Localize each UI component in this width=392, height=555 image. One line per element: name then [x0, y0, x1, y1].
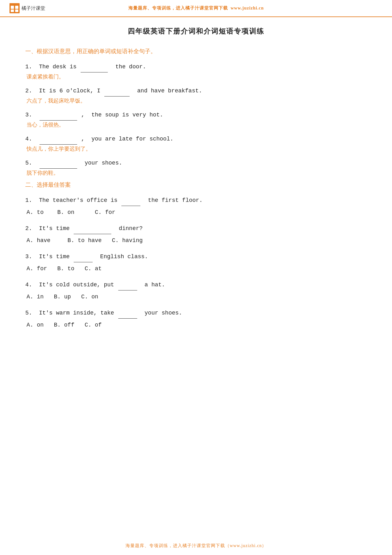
s2q1-text: 1. The teacher's office is: [25, 197, 118, 203]
s2q1-options: A. to B. on C. for: [27, 207, 367, 218]
q2-blank[interactable]: [104, 85, 130, 97]
logo-text: 橘子汁课堂: [21, 5, 45, 11]
s2q4-line: 4. It's cold outside, put a hat.: [25, 279, 367, 290]
q5-number: 5.: [25, 160, 39, 166]
slogan-text: 海量题库、专项训练，进入橘子汁课堂官网下载: [128, 6, 228, 10]
s2q2-options: A. have B. to have C. having: [27, 235, 367, 246]
s2q5-text: 5. It's warm inside, take: [25, 310, 114, 316]
website-text: www.juzizhi.cn: [231, 6, 264, 10]
section2-q1: 1. The teacher's office is the first flo…: [25, 194, 367, 218]
header-slogan: 海量题库、专项训练，进入橘子汁课堂官网下载 www.juzizhi.cn: [128, 5, 264, 11]
section1-q5: 5. your shoes. 脱下你的鞋。: [25, 157, 367, 177]
section1-q2: 2. It is 6 o'clock, I and have breakfast…: [25, 85, 367, 104]
s2q1-line: 1. The teacher's office is the first flo…: [25, 194, 367, 206]
q1-blank[interactable]: [81, 61, 108, 72]
s2q5-line: 5. It's warm inside, take your shoes.: [25, 307, 367, 319]
section2-q2: 2. It's time dinner? A. have B. to have …: [25, 222, 367, 246]
section1: 一、根据汉语意思，用正确的单词或短语补全句子。 1. The desk is t…: [25, 47, 367, 177]
logo: 橘子汁课堂: [9, 3, 45, 13]
s2q3-after: English class.: [97, 253, 148, 260]
q2-after: and have breakfast.: [134, 88, 202, 94]
q1-after: the door.: [112, 64, 146, 70]
q2-chinese: 六点了，我起床吃早饭。: [27, 97, 367, 104]
section2-q3: 3. It's time English class. A. for B. to…: [25, 251, 367, 274]
q2-line: 2. It is 6 o'clock, I and have breakfast…: [25, 85, 367, 97]
s2q4-after: a hat.: [141, 282, 165, 288]
s2q3-blank[interactable]: [74, 251, 93, 262]
s2q3-line: 3. It's time English class.: [25, 251, 367, 262]
section2-header: 二、选择最佳答案: [25, 181, 367, 189]
q1-chinese: 课桌紧挨着门。: [27, 73, 367, 80]
q3-chinese: 当心，汤很热。: [27, 121, 367, 128]
s2q1-after: the first floor.: [144, 197, 203, 203]
logo-icon: [9, 3, 20, 13]
section1-q3: 3. , the soup is very hot. 当心，汤很热。: [25, 109, 367, 128]
s2q5-after: your shoes.: [141, 310, 182, 316]
s2q2-line: 2. It's time dinner?: [25, 222, 367, 234]
main-content: 四年级英语下册介词和介词短语专项训练 一、根据汉语意思，用正确的单词或短语补全句…: [0, 17, 392, 354]
q3-blank[interactable]: [40, 109, 77, 121]
section1-q4: 4. , you are late for school. 快点儿，你上学要迟到…: [25, 133, 367, 153]
section1-q1: 1. The desk is the door. 课桌紧挨着门。: [25, 61, 367, 80]
q3-line: 3. , the soup is very hot.: [25, 109, 367, 121]
s2q3-text: 3. It's time: [25, 253, 70, 260]
q5-line: 5. your shoes.: [25, 157, 367, 169]
page-title: 四年级英语下册介词和介词短语专项训练: [25, 27, 367, 36]
s2q4-text: 4. It's cold outside, put: [25, 282, 114, 288]
s2q4-options: A. in B. up C. on: [27, 291, 367, 302]
s2q3-options: A. for B. to C. at: [27, 263, 367, 274]
section2-q5: 5. It's warm inside, take your shoes. A.…: [25, 307, 367, 331]
s2q2-text: 2. It's time: [25, 225, 70, 232]
s2q1-blank[interactable]: [121, 194, 140, 206]
header: 橘子汁课堂 海量题库、专项训练，进入橘子汁课堂官网下载 www.juzizhi.…: [0, 0, 392, 17]
q2-number: 2. It is 6 o'clock, I: [25, 88, 101, 94]
s2q5-blank[interactable]: [118, 307, 137, 319]
q1-line: 1. The desk is the door.: [25, 61, 367, 72]
section1-header: 一、根据汉语意思，用正确的单词或短语补全句子。: [25, 47, 367, 55]
footer: 海量题库、专项训练，进入橘子汁课堂官网下载（www.juzizhi.cn）: [0, 543, 392, 549]
footer-text: 海量题库、专项训练，进入橘子汁课堂官网下载（www.juzizhi.cn）: [126, 543, 267, 548]
q4-blank[interactable]: [40, 133, 77, 145]
svg-rect-1: [11, 6, 14, 9]
s2q2-blank[interactable]: [74, 222, 111, 234]
q3-number: 3.: [25, 112, 39, 118]
q5-blank[interactable]: [40, 157, 77, 169]
svg-rect-3: [11, 9, 14, 12]
q4-chinese: 快点儿，你上学要迟到了。: [27, 145, 367, 153]
section2-q4: 4. It's cold outside, put a hat. A. in B…: [25, 279, 367, 302]
q4-number: 4.: [25, 136, 39, 142]
svg-rect-4: [15, 9, 18, 12]
q5-chinese: 脱下你的鞋。: [27, 169, 367, 177]
q3-after: , the soup is very hot.: [81, 112, 163, 118]
s2q2-after: dinner?: [115, 225, 143, 232]
q4-after: , you are late for school.: [81, 136, 174, 142]
section2: 二、选择最佳答案 1. The teacher's office is the …: [25, 181, 367, 331]
q5-after: your shoes.: [81, 160, 122, 166]
s2q4-blank[interactable]: [118, 279, 137, 290]
s2q5-options: A. on B. off C. of: [27, 319, 367, 331]
svg-rect-2: [15, 6, 18, 9]
q1-number: 1. The desk is: [25, 64, 77, 70]
q4-line: 4. , you are late for school.: [25, 133, 367, 145]
